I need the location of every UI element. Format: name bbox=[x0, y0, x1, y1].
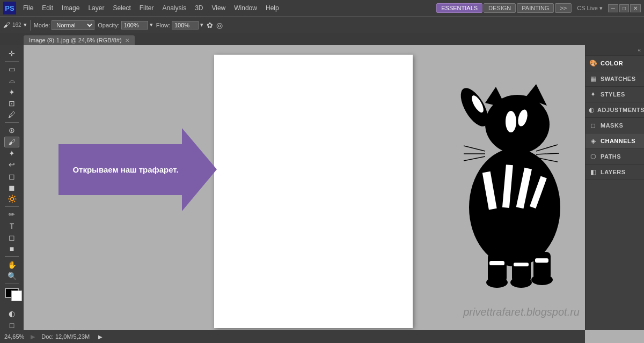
smoothing-btn[interactable]: ◎ bbox=[216, 21, 223, 29]
brush-tool[interactable]: 🖌 bbox=[4, 137, 19, 147]
doc-info: Doc: 12,0M/5,23M bbox=[41, 333, 90, 340]
tool-separator-3 bbox=[5, 206, 19, 207]
styles-panel-label: STYLES bbox=[601, 91, 625, 98]
menu-filter[interactable]: Filter bbox=[136, 3, 158, 13]
menu-help[interactable]: Help bbox=[262, 3, 283, 13]
background-color-swatch[interactable] bbox=[11, 290, 22, 301]
close-btn[interactable]: ✕ bbox=[630, 4, 641, 12]
workspace-more-btn[interactable]: >> bbox=[555, 3, 572, 13]
panel-collapse-btn[interactable]: « bbox=[638, 47, 641, 53]
layers-panel-header[interactable]: ◧ LAYERS bbox=[586, 165, 644, 180]
adjustments-icon: ◐ bbox=[589, 106, 594, 114]
adjustments-panel-section: ◐ ADJUSTMENTS bbox=[586, 102, 644, 118]
menu-analysis[interactable]: Analysis bbox=[158, 3, 190, 13]
swatches-panel-label: SWATCHES bbox=[601, 76, 636, 82]
tool-separator bbox=[5, 61, 19, 62]
paths-panel-header[interactable]: ⬡ PATHS bbox=[586, 149, 644, 164]
history-brush[interactable]: ↩ bbox=[4, 160, 19, 170]
clone-tool[interactable]: ✦ bbox=[4, 148, 19, 159]
annotation-arrow: Открываем наш трафарет. bbox=[58, 128, 214, 211]
hand-tool[interactable]: ✋ bbox=[4, 259, 19, 270]
layers-icon: ◧ bbox=[589, 168, 597, 176]
pen-tool[interactable]: ✏ bbox=[4, 210, 19, 220]
swatches-icon: ▦ bbox=[589, 74, 597, 83]
move-tool[interactable]: ✛ bbox=[4, 48, 19, 58]
foreground-color-swatch[interactable] bbox=[5, 288, 19, 298]
svg-point-7 bbox=[469, 148, 560, 266]
right-panel: « 🎨 COLOR ▦ SWATCHES ✦ STYLES ◐ ADJUSTME… bbox=[585, 45, 644, 330]
tool-separator-5 bbox=[5, 284, 19, 284]
cat-image bbox=[431, 81, 576, 296]
screen-mode-btn[interactable]: □ bbox=[4, 320, 19, 330]
lasso-tool[interactable]: ⌓ bbox=[4, 76, 19, 86]
flow-label: Flow: bbox=[156, 22, 170, 28]
masks-panel-section: ◻ MASKS bbox=[586, 118, 644, 133]
channels-panel-header[interactable]: ◈ CHANNELS bbox=[586, 133, 644, 148]
dodge-tool[interactable]: 🔆 bbox=[4, 193, 19, 204]
mode-select[interactable]: Normal bbox=[52, 20, 94, 30]
eyedropper-tool[interactable]: 🖊 bbox=[4, 109, 19, 120]
path-tool[interactable]: ◻ bbox=[4, 232, 19, 242]
left-toolbar: ✛ ▭ ⌓ ✦ ⊡ 🖊 ⊛ 🖌 ✦ ↩ ◻ ◼ 🔆 ✏ T ◻ ■ ✋ 🔍 ◐ … bbox=[0, 45, 24, 330]
styles-panel-header[interactable]: ✦ STYLES bbox=[586, 87, 644, 102]
flow-input[interactable] bbox=[172, 21, 199, 29]
restore-btn[interactable]: □ bbox=[619, 4, 629, 12]
swatches-panel-header[interactable]: ▦ SWATCHES bbox=[586, 71, 644, 86]
opacity-label: Opacity: bbox=[98, 22, 119, 28]
menu-select[interactable]: Select bbox=[109, 3, 134, 13]
workspace-painting-btn[interactable]: PAINTING bbox=[517, 3, 554, 13]
main-area: ✛ ▭ ⌓ ✦ ⊡ 🖊 ⊛ 🖌 ✦ ↩ ◻ ◼ 🔆 ✏ T ◻ ■ ✋ 🔍 ◐ … bbox=[0, 45, 644, 330]
svg-point-16 bbox=[510, 277, 532, 288]
spot-heal-tool[interactable]: ⊛ bbox=[4, 125, 19, 136]
menu-layer[interactable]: Layer bbox=[84, 3, 108, 13]
marquee-tool[interactable]: ▭ bbox=[4, 64, 19, 74]
crop-tool[interactable]: ⊡ bbox=[4, 98, 19, 108]
mode-label: Mode: bbox=[34, 22, 50, 28]
gradient-tool[interactable]: ◼ bbox=[4, 182, 19, 192]
tool-separator-4 bbox=[5, 256, 19, 257]
workspace-design-btn[interactable]: DESIGN bbox=[484, 3, 516, 13]
tab-close-btn[interactable]: ✕ bbox=[125, 38, 129, 43]
svg-line-23 bbox=[464, 156, 485, 161]
ps-logo: PS bbox=[3, 2, 16, 14]
quick-select-tool[interactable]: ✦ bbox=[4, 87, 19, 97]
swatches-panel-section: ▦ SWATCHES bbox=[586, 71, 644, 87]
document-tab[interactable]: Image (9)-1.jpg @ 24,6% (RGB/8#) ✕ bbox=[24, 35, 135, 45]
color-panel-label: COLOR bbox=[601, 60, 623, 66]
menu-edit[interactable]: Edit bbox=[38, 3, 57, 13]
paths-panel-section: ⬡ PATHS bbox=[586, 149, 644, 165]
options-toolbar: 🖌 162 ▾ Mode: Normal Opacity: ▾ Flow: ▾ … bbox=[0, 16, 644, 33]
shape-tool[interactable]: ■ bbox=[4, 243, 19, 253]
masks-panel-header[interactable]: ◻ MASKS bbox=[586, 118, 644, 133]
svg-point-3 bbox=[506, 111, 516, 132]
airbrush-btn[interactable]: ✿ bbox=[207, 21, 213, 29]
workspace-essentials-btn[interactable]: ESSENTIALS bbox=[436, 3, 482, 13]
minimize-btn[interactable]: ─ bbox=[608, 4, 618, 12]
status-arrow[interactable]: ▶ bbox=[98, 334, 103, 340]
layers-panel-section: ◧ LAYERS bbox=[586, 165, 644, 180]
svg-line-25 bbox=[536, 153, 559, 154]
opacity-input[interactable] bbox=[121, 21, 148, 29]
arrow-head bbox=[182, 128, 217, 211]
arrow-label: Открываем наш трафарет. bbox=[67, 144, 185, 195]
svg-point-17 bbox=[531, 274, 553, 285]
paths-icon: ⬡ bbox=[589, 152, 597, 161]
svg-rect-18 bbox=[489, 261, 504, 265]
eraser-tool[interactable]: ◻ bbox=[4, 171, 19, 181]
quick-mask-btn[interactable]: ◐ bbox=[4, 309, 19, 319]
color-panel-section: 🎨 COLOR bbox=[586, 56, 644, 71]
color-panel-header[interactable]: 🎨 COLOR bbox=[586, 56, 644, 71]
zoom-tool[interactable]: 🔍 bbox=[4, 271, 19, 281]
menu-image[interactable]: Image bbox=[58, 3, 83, 13]
svg-line-21 bbox=[464, 146, 485, 151]
menu-file[interactable]: File bbox=[19, 3, 37, 13]
styles-panel-section: ✦ STYLES bbox=[586, 87, 644, 102]
adjustments-panel-header[interactable]: ◐ ADJUSTMENTS bbox=[586, 102, 644, 117]
menu-window[interactable]: Window bbox=[230, 3, 261, 13]
text-tool[interactable]: T bbox=[4, 221, 19, 231]
document-canvas bbox=[214, 55, 413, 328]
color-icon: 🎨 bbox=[589, 59, 597, 68]
menu-3d[interactable]: 3D bbox=[191, 3, 207, 13]
menu-view[interactable]: View bbox=[208, 3, 229, 13]
paths-panel-label: PATHS bbox=[601, 153, 621, 160]
